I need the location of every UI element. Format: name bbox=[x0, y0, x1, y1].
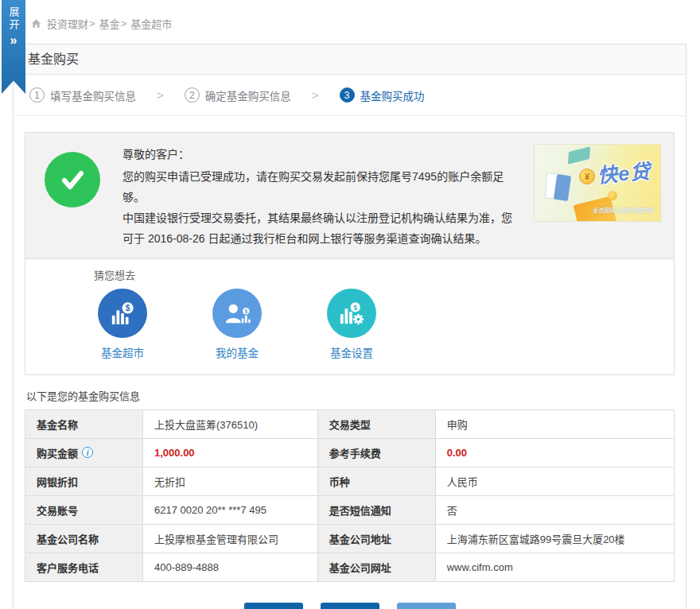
table-label: 币种 bbox=[317, 467, 435, 496]
step-separator-icon: > bbox=[312, 88, 319, 102]
table-label: 基金公司地址 bbox=[317, 525, 435, 553]
expand-ribbon[interactable]: 展开 » bbox=[2, 0, 25, 94]
notice-line-1: 您的购买申请已受理成功，请在购买交易发起前保持您尾号7495的账户余额足够。 bbox=[122, 166, 523, 208]
step-3-label: 基金购买成功 bbox=[360, 87, 425, 103]
breadcrumb-separator: > bbox=[89, 17, 95, 29]
table-row: 购买金额i1,000.00参考手续费0.00 bbox=[25, 439, 675, 467]
svg-text:$: $ bbox=[126, 304, 130, 312]
back-button[interactable]: 返回 bbox=[397, 603, 456, 609]
notice-message: 尊敬的客户： 您的购买申请已受理成功，请在购买交易发起前保持您尾号7495的账户… bbox=[122, 144, 534, 249]
breadcrumb-item-invest[interactable]: 投资理财 bbox=[47, 16, 88, 31]
result-box: 尊敬的客户： 您的购买申请已受理成功，请在购买交易发起前保持您尾号7495的账户… bbox=[25, 132, 675, 375]
table-value: 上投大盘蓝筹(376510) bbox=[143, 410, 318, 439]
banner-title: 快e贷 bbox=[597, 155, 652, 188]
breadcrumb-separator: > bbox=[121, 17, 127, 29]
page-title: 基金购买 bbox=[14, 45, 686, 75]
table-label: 基金公司名称 bbox=[25, 525, 143, 553]
step-2-label: 确定基金购买信息 bbox=[205, 87, 291, 103]
table-row: 客户服务电话400-889-4888基金公司网址www.cifm.com bbox=[25, 553, 675, 582]
breadcrumb-item-fund-supermarket[interactable]: 基金超市 bbox=[130, 16, 172, 31]
table-row: 网银折扣无折扣币种人民币 bbox=[25, 467, 675, 496]
table-value: www.cifm.com bbox=[435, 553, 674, 582]
svg-text:$: $ bbox=[353, 304, 357, 312]
step-1: 1 填写基金购买信息 bbox=[29, 87, 136, 103]
step-3-active: 3 基金购买成功 bbox=[340, 87, 425, 103]
table-value: 人民币 bbox=[435, 467, 674, 496]
fund-supermarket-icon: $ bbox=[98, 289, 147, 338]
main-panel: 基金购买 1 填写基金购买信息 > 2 确定基金购买信息 > 3 基金购买成功 … bbox=[13, 44, 686, 609]
shortcut-fund-supermarket[interactable]: $ 基金超市 bbox=[94, 289, 151, 360]
ribbon-label: 展开 bbox=[7, 6, 21, 32]
table-value: 上海浦东新区富城路99号震旦大厦20楼 bbox=[435, 525, 674, 553]
fund-settings-icon: $ bbox=[327, 289, 376, 338]
print-button[interactable]: 打印 bbox=[244, 603, 303, 609]
notice-greeting: 尊敬的客户： bbox=[122, 144, 523, 165]
suggestions-section: 猜您想去 $ 基金超市 bbox=[25, 259, 674, 374]
coin-icon: ¥ bbox=[579, 169, 595, 184]
my-fund-icon: $ bbox=[212, 289, 262, 338]
info-icon[interactable]: i bbox=[82, 447, 93, 458]
svg-text:$: $ bbox=[244, 308, 247, 315]
breadcrumb: 投资理财 > 基金 > 基金超市 bbox=[30, 16, 172, 31]
table-label: 基金名称 bbox=[25, 410, 143, 439]
step-2: 2 确定基金购买信息 bbox=[185, 87, 291, 103]
table-value: 否 bbox=[435, 496, 674, 525]
table-label: 参考手续费 bbox=[317, 439, 435, 467]
shortcut-my-fund[interactable]: $ 我的基金 bbox=[208, 289, 266, 360]
download-button[interactable]: 下载 bbox=[321, 603, 379, 609]
table-value: 400-889-4888 bbox=[143, 553, 318, 582]
step-2-number: 2 bbox=[185, 87, 200, 103]
breadcrumb-item-fund[interactable]: 基金 bbox=[99, 16, 120, 31]
table-label: 网银折扣 bbox=[25, 467, 143, 496]
success-notice: 尊敬的客户： 您的购买申请已受理成功，请在购买交易发起前保持您尾号7495的账户… bbox=[25, 133, 674, 259]
shortcut-label: 基金设置 bbox=[323, 344, 380, 360]
shortcut-label: 基金超市 bbox=[94, 344, 151, 360]
table-value: 申购 bbox=[435, 410, 674, 439]
shortcut-fund-settings[interactable]: $ 基金设置 bbox=[323, 289, 380, 360]
step-1-label: 填写基金购买信息 bbox=[50, 87, 136, 103]
table-row: 交易账号6217 0020 20** ***7 495是否短信通知否 bbox=[25, 496, 675, 525]
table-section-title: 以下是您的基金购买信息 bbox=[26, 388, 673, 403]
suggestions-label: 猜您想去 bbox=[94, 267, 674, 282]
coin-icon bbox=[608, 191, 617, 200]
home-icon[interactable] bbox=[30, 17, 42, 29]
table-label: 交易账号 bbox=[25, 496, 143, 525]
banner-decoration bbox=[554, 174, 571, 201]
double-chevron-icon: » bbox=[10, 33, 18, 48]
table-row: 基金名称上投大盘蓝筹(376510)交易类型申购 bbox=[25, 410, 675, 439]
purchase-info-table: 基金名称上投大盘蓝筹(376510)交易类型申购购买金额i1,000.00参考手… bbox=[25, 409, 675, 582]
table-label: 客户服务电话 bbox=[25, 553, 143, 582]
quick-loan-ad-banner[interactable]: ¥ 快e贷 全流程网上自助小额贷款 bbox=[534, 144, 661, 222]
table-label: 购买金额i bbox=[25, 439, 143, 467]
shortcut-label: 我的基金 bbox=[208, 344, 266, 360]
table-value: 上投摩根基金管理有限公司 bbox=[143, 525, 318, 553]
table-value: 无折扣 bbox=[143, 467, 318, 496]
action-buttons: 打印 下载 返回 bbox=[14, 603, 686, 609]
table-label: 基金公司网址 bbox=[317, 553, 435, 582]
success-check-icon bbox=[45, 152, 100, 208]
step-separator-icon: > bbox=[157, 88, 164, 102]
notice-line-2: 中国建设银行受理交易委托，其结果最终确认以注册登记机构确认结果为准，您可于 20… bbox=[122, 208, 523, 249]
table-label: 交易类型 bbox=[317, 410, 435, 439]
banner-tagline: 全流程网上自助小额贷款 bbox=[593, 206, 654, 214]
step-indicator: 1 填写基金购买信息 > 2 确定基金购买信息 > 3 基金购买成功 bbox=[14, 75, 686, 116]
table-row: 基金公司名称上投摩根基金管理有限公司基金公司地址上海浦东新区富城路99号震旦大厦… bbox=[25, 525, 675, 553]
table-value: 0.00 bbox=[435, 439, 674, 467]
banner-decoration bbox=[568, 146, 590, 165]
step-3-number: 3 bbox=[340, 87, 355, 103]
table-value: 1,000.00 bbox=[143, 439, 318, 467]
step-1-number: 1 bbox=[29, 87, 45, 103]
table-value: 6217 0020 20** ***7 495 bbox=[143, 496, 318, 525]
table-label: 是否短信通知 bbox=[317, 496, 435, 525]
